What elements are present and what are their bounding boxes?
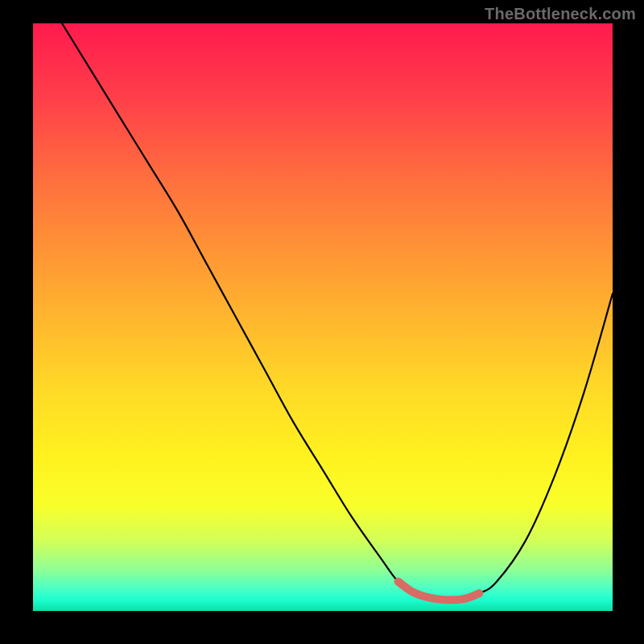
chart-svg <box>33 23 613 611</box>
plot-area <box>33 23 613 611</box>
sweet-spot-band-path <box>398 582 480 601</box>
watermark-label: TheBottleneck.com <box>485 5 636 23</box>
bottleneck-curve-path <box>62 23 613 600</box>
chart-frame: TheBottleneck.com <box>0 0 644 644</box>
